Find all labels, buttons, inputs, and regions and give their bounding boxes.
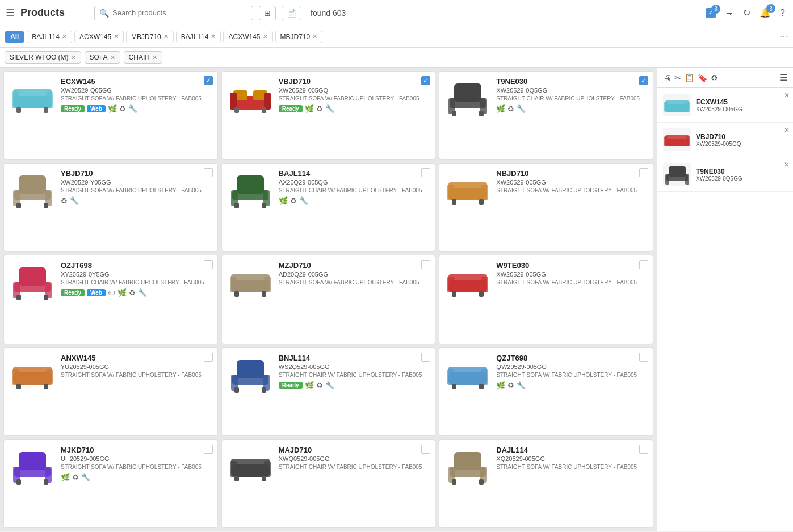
product-info: BAJL114 AX20Q29-005QG STRAIGHT CHAIR W/ … bbox=[279, 169, 430, 205]
panel-item-info: T9NE030 XW20529-0Q5GG bbox=[696, 167, 787, 182]
product-checkbox[interactable] bbox=[421, 260, 430, 269]
refresh-button[interactable]: ↻ bbox=[741, 5, 753, 20]
panel-item-name: T9NE030 bbox=[696, 167, 787, 175]
filter-close-chair[interactable]: ✕ bbox=[152, 54, 157, 61]
product-checkbox[interactable] bbox=[204, 353, 213, 362]
product-desc: STRAIGHT CHAIR W/ FABRIC UPHOLSTERY - FA… bbox=[279, 371, 430, 379]
panel-item-close[interactable]: ✕ bbox=[784, 91, 790, 99]
product-sku: XW20529-Y05GG bbox=[61, 179, 212, 186]
svg-rect-24 bbox=[44, 203, 48, 208]
filter-tag-silver[interactable]: SILVER WTOO (M) ✕ bbox=[5, 51, 81, 64]
filter-close-sofa[interactable]: ✕ bbox=[110, 54, 115, 61]
tab-close-acxw145-2[interactable]: ✕ bbox=[263, 33, 268, 40]
panel-item-close[interactable]: ✕ bbox=[784, 126, 790, 134]
tab-close-mbjd710-2[interactable]: ✕ bbox=[312, 33, 317, 40]
product-checkbox[interactable]: ✓ bbox=[204, 76, 213, 85]
product-badges: 🌿♻🔧 bbox=[279, 196, 430, 205]
product-name: ECXW145 bbox=[61, 77, 212, 86]
svg-rect-102 bbox=[685, 174, 689, 185]
product-badges: Ready🌿♻🔧 bbox=[279, 381, 430, 389]
svg-rect-35 bbox=[452, 199, 456, 205]
svg-rect-10 bbox=[264, 93, 271, 110]
svg-rect-90 bbox=[479, 479, 484, 485]
svg-rect-96 bbox=[665, 135, 689, 141]
badge-ready: Ready bbox=[279, 382, 303, 389]
page-title: Products bbox=[20, 7, 89, 19]
menu-icon[interactable]: ☰ bbox=[6, 7, 15, 19]
svg-rect-72 bbox=[479, 384, 484, 389]
product-name: OZJT698 bbox=[61, 261, 212, 270]
filter-tag-chair[interactable]: CHAIR ✕ bbox=[124, 51, 162, 64]
svg-rect-3 bbox=[46, 91, 53, 108]
product-checkbox[interactable] bbox=[421, 168, 430, 177]
tab-item-acxw145-2[interactable]: ACXW145 ✕ bbox=[223, 31, 272, 43]
product-name: YBJD710 bbox=[61, 169, 212, 178]
filter-button[interactable]: ⊞ bbox=[259, 6, 276, 20]
product-checkbox[interactable] bbox=[204, 168, 213, 177]
product-badges: 🌿♻🔧 bbox=[61, 473, 212, 481]
product-grid: ECXW145 XW20529-Q05GG STRAIGHT SOFA W/ F… bbox=[0, 68, 657, 531]
product-checkbox[interactable] bbox=[421, 445, 430, 454]
panel-edit-icon[interactable]: ✂ bbox=[674, 73, 681, 82]
tabs-more-icon[interactable]: ⋯ bbox=[779, 31, 788, 42]
found-count: found 603 bbox=[311, 9, 346, 18]
svg-rect-57 bbox=[12, 369, 19, 385]
product-info: QZJT698 QW20529-005GG STRAIGHT SOFA W/ F… bbox=[496, 354, 647, 389]
product-checkbox[interactable]: ✓ bbox=[639, 76, 648, 85]
product-image bbox=[445, 261, 490, 301]
product-sku: YU20529-005GG bbox=[61, 363, 212, 370]
tab-item-bajl114-2[interactable]: BAJL114 ✕ bbox=[176, 31, 221, 43]
badge-web: Web bbox=[87, 105, 106, 112]
product-sku: UH20529-005GG bbox=[61, 455, 212, 462]
product-checkbox[interactable] bbox=[639, 353, 648, 362]
panel-bookmark-icon[interactable]: 🔖 bbox=[698, 73, 707, 82]
filter-close-silver[interactable]: ✕ bbox=[71, 54, 76, 61]
search-input[interactable] bbox=[112, 9, 248, 17]
right-panel-toolbar: 🖨 ✂ 📋 🔖 ♻ ☰ bbox=[657, 68, 793, 88]
panel-recycle-icon[interactable]: ♻ bbox=[711, 73, 718, 82]
tab-close-bajl114-1[interactable]: ✕ bbox=[62, 33, 67, 40]
product-checkbox[interactable]: ✓ bbox=[421, 76, 430, 85]
product-image bbox=[10, 77, 55, 117]
tab-item-mbjd710-2[interactable]: MBJD710 ✕ bbox=[275, 31, 323, 43]
product-image bbox=[228, 77, 273, 117]
svg-rect-98 bbox=[686, 136, 690, 146]
tab-item-mbjd710-1[interactable]: MBJD710 ✕ bbox=[126, 31, 174, 43]
help-button[interactable]: ? bbox=[778, 6, 787, 20]
product-info: NBJD710 XW20529-005GG STRAIGHT SOFA W/ F… bbox=[496, 169, 647, 196]
filter-tag-sofa[interactable]: SOFA ✕ bbox=[85, 51, 120, 64]
product-checkbox[interactable] bbox=[204, 445, 213, 454]
panel-item-close[interactable]: ✕ bbox=[784, 161, 790, 169]
product-desc: STRAIGHT CHAIR W/ FABRIC UPHOLSTERY - FA… bbox=[496, 95, 647, 102]
tab-all[interactable]: All bbox=[5, 31, 24, 43]
product-sku: XW20529-Q05GG bbox=[61, 87, 212, 94]
tab-close-bajl114-2[interactable]: ✕ bbox=[211, 33, 216, 40]
tab-item-acxw145-1[interactable]: ACXW145 ✕ bbox=[74, 31, 124, 43]
print-button[interactable]: 🖨 bbox=[723, 6, 736, 20]
tab-item-bajl114-1[interactable]: BAJL114 ✕ bbox=[27, 31, 72, 43]
product-image bbox=[10, 169, 55, 209]
tab-close-mbjd710-1[interactable]: ✕ bbox=[163, 33, 169, 40]
panel-menu-icon[interactable]: ☰ bbox=[779, 72, 787, 83]
panel-copy-icon[interactable]: 📋 bbox=[685, 73, 694, 82]
svg-rect-41 bbox=[16, 295, 21, 300]
product-checkbox[interactable] bbox=[204, 260, 213, 269]
product-checkbox[interactable] bbox=[639, 445, 648, 454]
product-name: BNJL114 bbox=[279, 354, 430, 362]
panel-print-icon[interactable]: 🖨 bbox=[663, 73, 671, 82]
product-checkbox[interactable] bbox=[639, 260, 648, 269]
svg-rect-93 bbox=[664, 102, 668, 112]
tab-close-acxw145-1[interactable]: ✕ bbox=[114, 33, 119, 40]
checkbox-action-button[interactable]: ✓ 3 bbox=[703, 6, 718, 20]
svg-rect-23 bbox=[16, 203, 21, 208]
notification-button[interactable]: 🔔 3 bbox=[757, 5, 773, 20]
badge-ready: Ready bbox=[61, 289, 85, 296]
product-name: DAJL114 bbox=[496, 446, 647, 454]
product-checkbox[interactable] bbox=[639, 168, 648, 177]
svg-rect-32 bbox=[448, 182, 487, 191]
product-checkbox[interactable] bbox=[421, 353, 430, 362]
product-desc: STRAIGHT SOFA W/ FABRIC UPHOLSTERY - FAB… bbox=[61, 95, 212, 102]
svg-rect-65 bbox=[234, 387, 239, 393]
svg-rect-54 bbox=[479, 291, 484, 297]
upload-button[interactable]: 📄 bbox=[282, 6, 301, 20]
